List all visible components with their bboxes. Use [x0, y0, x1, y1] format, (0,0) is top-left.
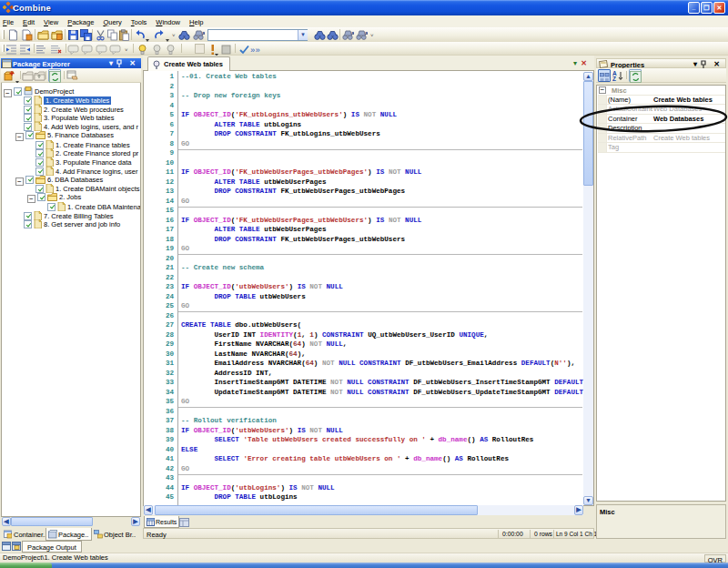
- svg-text:a: a: [351, 30, 354, 36]
- svg-text:»»: »»: [250, 46, 260, 56]
- svg-text:Z: Z: [612, 76, 616, 82]
- svg-text:a: a: [365, 30, 368, 36]
- svg-text:a: a: [202, 30, 205, 36]
